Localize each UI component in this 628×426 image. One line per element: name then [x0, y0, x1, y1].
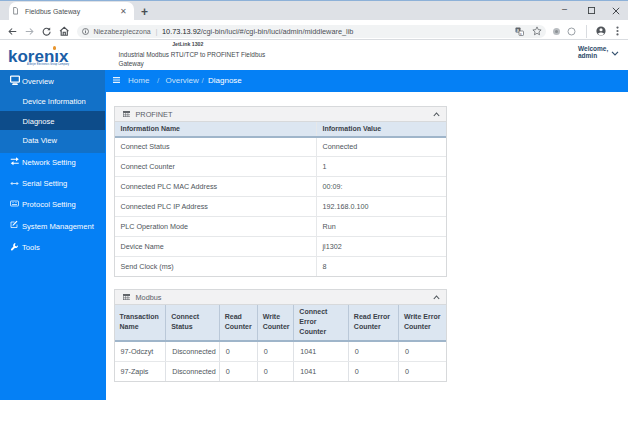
svg-text:x: x: [519, 31, 521, 36]
